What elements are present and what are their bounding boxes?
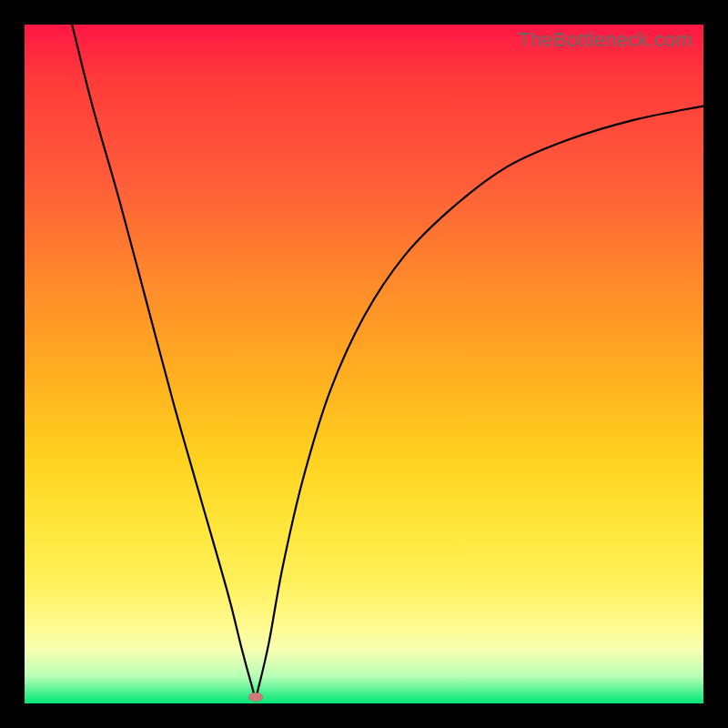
chart-frame: TheBottleneck.com — [0, 0, 728, 728]
bottleneck-curve — [72, 25, 703, 697]
curve-svg — [25, 25, 703, 703]
plot-area: TheBottleneck.com — [25, 25, 703, 703]
minimum-marker — [248, 693, 263, 702]
